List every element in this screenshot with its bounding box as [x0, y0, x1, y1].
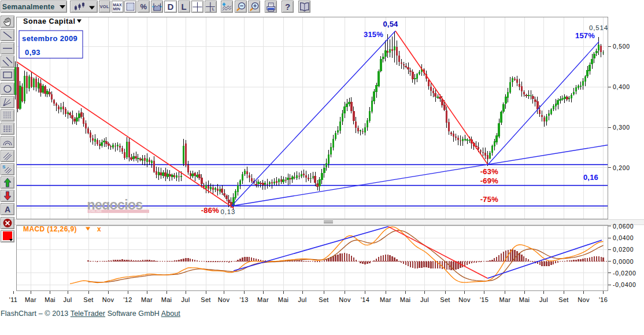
- svg-text:setembro 2009: setembro 2009: [22, 34, 77, 43]
- svg-text:Nov: Nov: [578, 296, 590, 303]
- svg-text:Mai: Mai: [161, 296, 172, 303]
- svg-text:'12: '12: [123, 296, 132, 303]
- svg-text:'15: '15: [480, 296, 488, 303]
- svg-text:'11: '11: [9, 296, 17, 303]
- svg-text:-69%: -69%: [480, 176, 498, 185]
- svg-text:Nov: Nov: [458, 296, 471, 303]
- svg-text:Mar: Mar: [25, 296, 36, 303]
- svg-text:0,400: 0,400: [613, 83, 630, 90]
- svg-text:Mar: Mar: [141, 296, 153, 303]
- svg-text:0,200: 0,200: [613, 164, 630, 171]
- svg-text:-0,0200: -0,0200: [613, 270, 636, 277]
- svg-text:0,93: 0,93: [25, 48, 40, 57]
- svg-text:Set: Set: [558, 296, 568, 303]
- svg-text:Mar: Mar: [257, 296, 269, 303]
- svg-text:L: L: [212, 7, 214, 11]
- svg-text:0,500: 0,500: [613, 43, 630, 50]
- svg-text:Jul: Jul: [64, 296, 72, 303]
- svg-text:Jul: Jul: [298, 296, 307, 303]
- svg-text:0,0400: 0,0400: [613, 234, 634, 241]
- svg-text:315%: 315%: [364, 30, 383, 39]
- svg-text:Mar: Mar: [380, 296, 391, 303]
- svg-text:0,0600: 0,0600: [613, 223, 634, 230]
- svg-text:Jul: Jul: [539, 296, 548, 303]
- svg-text:ONLINE: ONLINE: [89, 209, 102, 213]
- svg-text:Nov: Nov: [102, 296, 114, 303]
- svg-text:'14: '14: [361, 296, 369, 303]
- svg-text:0,16: 0,16: [583, 173, 598, 182]
- svg-text:0,54: 0,54: [383, 20, 398, 28]
- svg-text:Set: Set: [440, 296, 450, 303]
- svg-text:0,0200: 0,0200: [613, 246, 634, 253]
- svg-text:x: x: [97, 225, 101, 233]
- svg-text:Set: Set: [83, 296, 93, 303]
- svg-text:Nov: Nov: [339, 296, 351, 303]
- svg-text:0,13: 0,13: [221, 208, 236, 215]
- svg-text:-86%: -86%: [201, 206, 219, 215]
- svg-text:Set: Set: [201, 296, 210, 303]
- svg-text:'16: '16: [599, 296, 608, 303]
- svg-text:'13: '13: [239, 296, 248, 303]
- svg-text:Set: Set: [319, 296, 328, 303]
- svg-text:Mar: Mar: [499, 296, 511, 303]
- svg-text:Mai: Mai: [45, 296, 55, 303]
- svg-text:-75%: -75%: [480, 195, 498, 204]
- svg-text:S: S: [2, 164, 6, 170]
- svg-text:Mai: Mai: [278, 296, 289, 303]
- svg-text:0,300: 0,300: [613, 124, 630, 131]
- svg-text:A: A: [5, 205, 10, 214]
- svg-text:0,514: 0,514: [589, 24, 608, 31]
- svg-text:157%: 157%: [575, 31, 595, 40]
- svg-text:Sonae Capital: Sonae Capital: [23, 17, 75, 25]
- svg-text:Jul: Jul: [420, 296, 429, 303]
- svg-text:Mai: Mai: [519, 296, 530, 303]
- svg-text:-63%: -63%: [480, 167, 498, 176]
- svg-text:0,0000: 0,0000: [613, 258, 634, 265]
- svg-text:Nov: Nov: [218, 296, 230, 303]
- svg-text:Mai: Mai: [400, 296, 411, 303]
- svg-text:Jul: Jul: [182, 296, 190, 303]
- svg-text:-0,0400: -0,0400: [613, 281, 636, 288]
- svg-text:MACD (12,26,9): MACD (12,26,9): [23, 225, 77, 233]
